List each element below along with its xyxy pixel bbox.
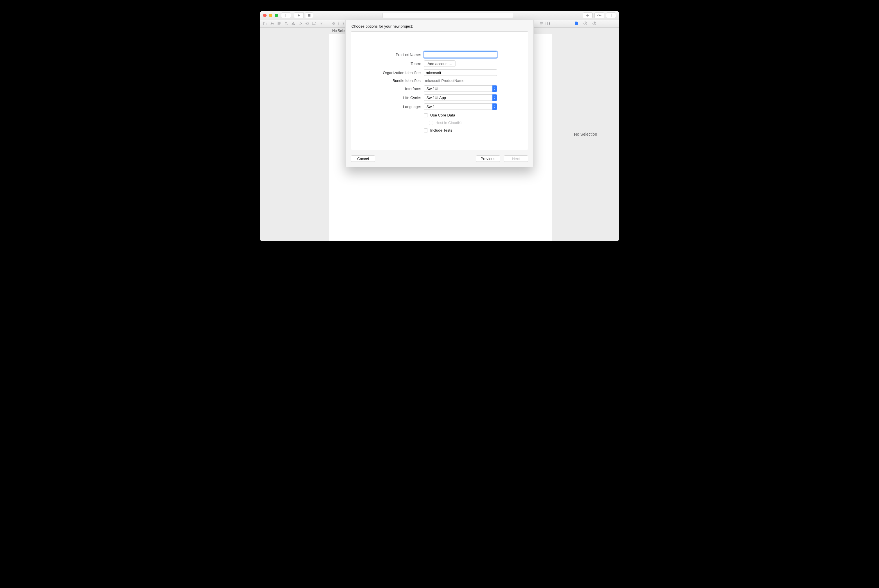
svg-rect-0 — [284, 14, 288, 17]
zoom-window-button[interactable] — [275, 14, 278, 17]
chevron-left-icon[interactable] — [338, 22, 340, 25]
sidebar-icon — [284, 14, 288, 17]
org-id-label: Organization Identifier: — [358, 70, 421, 75]
include-tests-label: Include Tests — [430, 128, 452, 132]
svg-point-11 — [285, 22, 287, 24]
svg-rect-10 — [273, 24, 274, 25]
review-icon — [597, 14, 602, 17]
source-control-icon[interactable] — [270, 22, 274, 25]
svg-point-17 — [307, 22, 308, 24]
issues-icon[interactable] — [291, 22, 295, 25]
find-icon[interactable] — [285, 22, 288, 25]
use-core-data-label: Use Core Data — [430, 113, 455, 117]
svg-rect-24 — [334, 22, 335, 23]
org-id-input[interactable] — [424, 69, 497, 76]
help-inspector-icon[interactable] — [592, 21, 596, 25]
svg-rect-23 — [332, 22, 333, 23]
svg-rect-8 — [272, 22, 273, 22]
svg-rect-6 — [609, 14, 613, 17]
svg-marker-16 — [299, 22, 302, 25]
interface-select[interactable] — [424, 86, 497, 92]
chevron-right-icon[interactable] — [342, 22, 344, 25]
traffic-lights — [263, 14, 278, 17]
sheet-footer: Cancel Previous Next — [351, 155, 528, 162]
include-tests-checkbox[interactable] — [424, 128, 428, 132]
inspector-panel: No Selection — [552, 28, 619, 241]
code-review-button[interactable] — [594, 12, 604, 18]
use-core-data-checkbox[interactable] — [424, 113, 428, 117]
xcode-window: No Selection No Selection Choose options… — [260, 11, 619, 241]
new-project-sheet: Choose options for your new project: Pro… — [345, 20, 534, 167]
activity-viewer — [316, 13, 580, 18]
interface-label: Interface: — [358, 87, 421, 91]
toggle-inspector-button[interactable] — [606, 12, 616, 18]
sheet-body: Product Name: Team: Add account... Organ… — [351, 32, 528, 150]
stop-icon — [308, 14, 311, 17]
product-name-label: Product Name: — [358, 52, 421, 57]
grid-icon[interactable] — [332, 22, 335, 25]
adjust-icon[interactable] — [545, 22, 550, 25]
language-select[interactable] — [424, 104, 497, 110]
inspector-selector — [552, 20, 619, 27]
titlebar — [260, 11, 619, 20]
add-account-button[interactable]: Add account... — [424, 60, 455, 67]
language-label: Language: — [358, 105, 421, 109]
svg-line-12 — [287, 24, 288, 25]
run-button[interactable] — [294, 12, 304, 18]
previous-button[interactable]: Previous — [476, 155, 500, 162]
history-inspector-icon[interactable] — [583, 21, 587, 25]
breakpoints-icon[interactable] — [313, 22, 316, 25]
folder-icon[interactable] — [263, 22, 267, 25]
symbol-icon[interactable] — [278, 22, 281, 25]
svg-rect-9 — [271, 24, 272, 25]
team-label: Team: — [358, 62, 421, 66]
library-button[interactable] — [583, 12, 593, 18]
bundle-id-value: microsoft.ProductName — [424, 78, 497, 83]
reports-icon[interactable] — [320, 22, 323, 25]
lifecycle-select[interactable] — [424, 94, 497, 101]
debug-icon[interactable] — [305, 22, 309, 25]
host-cloudkit-label: Host in CloudKit — [436, 121, 463, 125]
bundle-id-label: Bundle Identifier: — [358, 78, 421, 83]
svg-rect-25 — [332, 24, 333, 25]
close-window-button[interactable] — [263, 14, 266, 17]
next-button: Next — [504, 155, 528, 162]
panels-icon — [609, 14, 613, 17]
inspector-empty-label: No Selection — [574, 132, 597, 136]
svg-point-15 — [293, 24, 293, 24]
svg-marker-2 — [298, 14, 300, 17]
svg-rect-3 — [308, 14, 310, 16]
product-name-input[interactable] — [424, 51, 497, 58]
play-icon — [298, 14, 300, 17]
plus-icon — [586, 14, 589, 17]
lifecycle-label: Life Cycle: — [358, 96, 421, 100]
file-inspector-icon[interactable] — [575, 21, 578, 25]
sheet-title: Choose options for your new project: — [352, 24, 528, 28]
tests-icon[interactable] — [299, 22, 302, 25]
activity-status — [383, 13, 513, 18]
host-cloudkit-checkbox — [429, 121, 433, 125]
svg-rect-26 — [334, 24, 335, 25]
svg-marker-18 — [313, 22, 316, 25]
navigator-selector — [260, 20, 329, 27]
navigator-panel — [260, 28, 329, 241]
stop-button[interactable] — [305, 12, 313, 18]
minimize-window-button[interactable] — [269, 14, 272, 17]
minimap-icon[interactable] — [540, 22, 543, 25]
cancel-button[interactable]: Cancel — [351, 155, 375, 162]
toggle-navigator-button[interactable] — [281, 12, 291, 18]
